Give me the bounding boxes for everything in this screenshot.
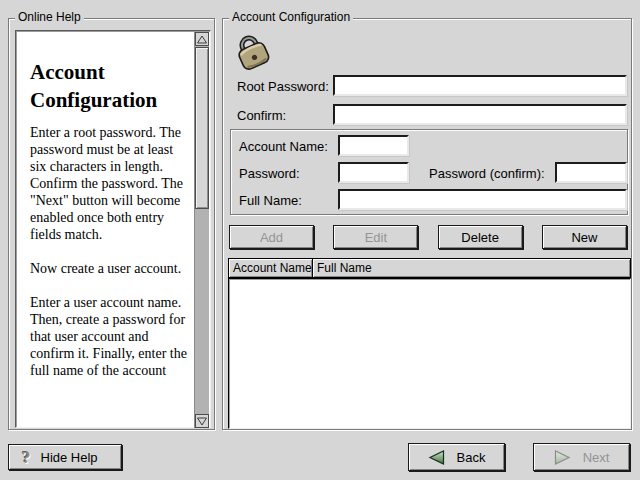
hide-help-label: Hide Help [41, 450, 98, 465]
next-button: Next [533, 443, 630, 471]
edit-button: Edit [333, 225, 418, 249]
new-button[interactable]: New [542, 225, 627, 249]
online-help-frame: Online Help Account Configuration Enter … [8, 18, 215, 430]
confirm-password-input[interactable] [333, 104, 627, 125]
password-confirm-label: Password (confirm): [429, 166, 545, 181]
next-arrow-icon [554, 450, 571, 465]
question-mark-icon: ? [22, 449, 31, 466]
down-triangle-icon [197, 417, 207, 426]
back-button[interactable]: Back [408, 443, 505, 471]
password-confirm-input[interactable] [555, 162, 627, 183]
account-name-label: Account Name: [239, 139, 328, 154]
user-account-subframe: Account Name: Password: Password (confir… [230, 129, 628, 215]
next-label: Next [583, 450, 610, 465]
full-name-label: Full Name: [239, 193, 302, 208]
password-input[interactable] [338, 162, 409, 183]
column-header-full-name[interactable]: Full Name [312, 258, 631, 278]
scrollbar-thumb[interactable] [195, 47, 209, 209]
help-paragraph: Enter a root password. The password must… [30, 124, 190, 243]
accounts-table-body[interactable] [228, 278, 631, 429]
back-label: Back [457, 450, 486, 465]
account-action-buttons: Add Edit Delete New [229, 225, 627, 249]
back-arrow-icon [428, 450, 445, 465]
help-scrollbar[interactable] [194, 32, 209, 428]
hide-help-button[interactable]: ? Hide Help [8, 444, 122, 470]
up-triangle-icon [197, 35, 207, 44]
root-password-label: Root Password: [237, 79, 329, 94]
column-header-account-name[interactable]: Account Name [228, 258, 313, 278]
help-content: Account Configuration Enter a root passw… [16, 31, 194, 426]
help-heading: Account Configuration [30, 58, 190, 114]
confirm-password-label: Confirm: [237, 108, 286, 123]
scrollbar-down-button[interactable] [195, 414, 209, 428]
full-name-input[interactable] [338, 189, 627, 210]
add-button: Add [229, 225, 314, 249]
padlock-icon [231, 31, 273, 71]
accounts-table: Account Name Full Name [228, 258, 631, 429]
accounts-table-header: Account Name Full Name [228, 258, 631, 278]
installer-window: Online Help Account Configuration Enter … [0, 0, 640, 480]
scrollbar-up-button[interactable] [195, 32, 209, 46]
password-label: Password: [239, 166, 300, 181]
account-configuration-frame-title: Account Configuration [229, 10, 353, 24]
help-text-area: Account Configuration Enter a root passw… [15, 30, 211, 428]
root-password-input[interactable] [333, 75, 627, 96]
delete-button[interactable]: Delete [438, 225, 523, 249]
help-paragraph: Enter a user account name. Then, create … [30, 294, 190, 379]
online-help-frame-title: Online Help [15, 10, 84, 24]
help-paragraph: Now create a user account. [30, 260, 190, 277]
account-name-input[interactable] [338, 135, 409, 156]
account-configuration-frame: Account Configuration Root Password: Con… [222, 18, 632, 430]
